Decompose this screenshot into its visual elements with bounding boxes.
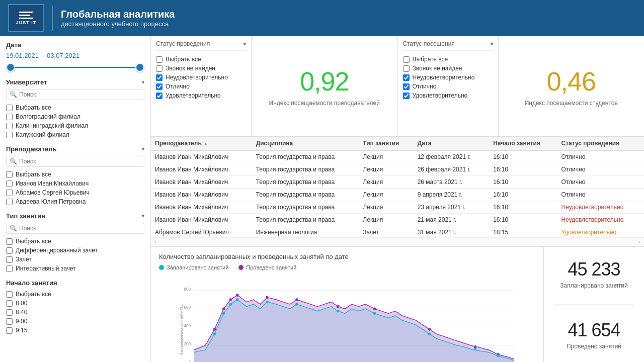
table-cell: 16:10 <box>489 176 557 189</box>
lesson-item-1-checkbox[interactable] <box>6 247 13 254</box>
time-item-2-checkbox[interactable] <box>6 309 13 316</box>
university-search-icon: 🔍 <box>10 91 17 98</box>
legend-dot-cyan <box>159 265 164 270</box>
table-scrollbar-hint: ‹ › <box>151 237 644 246</box>
time-item-4-label: 9:15 <box>16 327 27 334</box>
table-row[interactable]: Иванов Иван МихайловичТеория государства… <box>151 214 644 226</box>
table-row[interactable]: Иванов Иван МихайловичТеория государства… <box>151 176 644 189</box>
conduct-item-bad[interactable]: Неудовлетворительно <box>156 73 246 82</box>
teacher-item-2-checkbox[interactable] <box>6 190 13 196</box>
chart-legend: Запланировано занятий Проведено занятий <box>159 264 535 270</box>
time-item-1[interactable]: 8:00 <box>6 299 144 308</box>
teacher-item-3-checkbox[interactable] <box>6 199 13 205</box>
table-row[interactable]: Иванов Иван МихайловичТеория государства… <box>151 201 644 214</box>
lesson-search-box[interactable]: 🔍 <box>6 223 144 234</box>
teacher-filter-header[interactable]: Преподаватель ▾ <box>6 145 144 153</box>
conduct-select-all-checkbox[interactable] <box>156 56 163 63</box>
attend-item-satisfactory[interactable]: Удовлетворительно <box>403 91 493 100</box>
attend-item-bad[interactable]: Неудовлетворительно <box>403 73 493 82</box>
student-index-value: 0,46 <box>547 66 596 97</box>
table-row[interactable]: Иванов Иван МихайловичТеория государства… <box>151 189 644 201</box>
lesson-item-2-checkbox[interactable] <box>6 256 13 263</box>
lesson-item-1[interactable]: Дифференцированный зачет <box>6 246 144 255</box>
conduct-status-header[interactable]: Статус проведения ▾ <box>156 40 246 51</box>
attend-select-all-checkbox[interactable] <box>403 56 410 63</box>
conduct-select-all[interactable]: Выбрать все <box>156 55 246 64</box>
teacher-arrow-icon: ▾ <box>142 146 144 152</box>
teacher-select-all-checkbox[interactable] <box>6 171 13 178</box>
col-type[interactable]: Тип занятия <box>359 137 413 150</box>
teacher-item-2[interactable]: Абрамов Сергей Юрьевич <box>6 188 144 197</box>
university-search-box[interactable]: 🔍 <box>6 89 144 100</box>
conduct-no-call-checkbox[interactable] <box>156 65 163 72</box>
date-slider[interactable] <box>6 62 144 72</box>
date-range-row: 19.01.2021 03.07.2021 <box>6 52 144 59</box>
lesson-item-3-checkbox[interactable] <box>6 265 13 272</box>
university-item-3[interactable]: Калужский филиал <box>6 130 144 139</box>
attend-excellent-checkbox[interactable] <box>403 83 410 90</box>
col-start-time[interactable]: Начало занятия <box>489 137 557 150</box>
university-item-2[interactable]: Калининградский филиал <box>6 121 144 130</box>
attend-status-header[interactable]: Статус посещения ▾ <box>403 40 493 51</box>
content-area: Статус проведения ▾ Выбрать все Звонок н… <box>151 36 644 362</box>
col-discipline[interactable]: Дисциплина <box>252 137 359 150</box>
lesson-type-filter-header[interactable]: Тип занятия ▾ <box>6 212 144 220</box>
attend-satisfactory-checkbox[interactable] <box>403 93 410 99</box>
conduct-item-excellent[interactable]: Отлично <box>156 82 246 91</box>
attend-no-call-checkbox[interactable] <box>403 65 410 72</box>
time-item-4-checkbox[interactable] <box>6 327 13 334</box>
lesson-item-2[interactable]: Зачет <box>6 255 144 264</box>
slider-thumb-left[interactable] <box>6 63 15 72</box>
time-item-3-checkbox[interactable] <box>6 318 13 325</box>
university-item-1-checkbox[interactable] <box>6 114 13 120</box>
teacher-item-1[interactable]: Иванов Иван Михайлович <box>6 179 144 188</box>
time-item-3[interactable]: 9:00 <box>6 317 144 326</box>
university-item-2-label: Калининградский филиал <box>16 122 88 129</box>
table-cell: Лекция <box>359 150 413 163</box>
university-item-1[interactable]: Волгоградский филиал <box>6 112 144 121</box>
university-select-all-checkbox[interactable] <box>6 105 13 111</box>
time-item-1-checkbox[interactable] <box>6 300 13 307</box>
lesson-select-all[interactable]: Выбрать все <box>6 237 144 246</box>
university-search-input[interactable] <box>19 91 141 98</box>
planned-stat: 45 233 Запланировано занятий <box>554 259 634 289</box>
conduct-satisfactory-checkbox[interactable] <box>156 93 163 99</box>
col-teacher[interactable]: Преподаватель ▲ <box>151 137 252 150</box>
attend-item-no-call[interactable]: Звонок не найден <box>403 64 493 73</box>
table-row[interactable]: Абрамов Сергей ЮрьевичИнженерная геологи… <box>151 226 644 238</box>
teacher-search-input[interactable] <box>19 158 141 165</box>
col-date[interactable]: Дата <box>414 137 490 150</box>
conduct-excellent-checkbox[interactable] <box>156 83 163 90</box>
teacher-search-box[interactable]: 🔍 <box>6 156 144 167</box>
teacher-item-3[interactable]: Авдеева Юлия Петровна <box>6 197 144 206</box>
attend-item-excellent[interactable]: Отлично <box>403 82 493 91</box>
attend-bad-checkbox[interactable] <box>403 74 410 81</box>
lesson-search-input[interactable] <box>19 225 141 232</box>
table-cell: 12 февраля 2021 г. <box>414 150 490 163</box>
teacher-filter-section: Преподаватель ▾ 🔍 Выбрать все Иванов Ива… <box>6 145 144 206</box>
conduct-item-no-call[interactable]: Звонок не найден <box>156 64 246 73</box>
teacher-select-all[interactable]: Выбрать все <box>6 170 144 179</box>
conduct-item-satisfactory[interactable]: Удовлетворительно <box>156 91 246 100</box>
dot-purple-4 <box>236 294 238 296</box>
col-conduct-status[interactable]: Статус проведения <box>557 137 644 150</box>
table-row[interactable]: Иванов Иван МихайловичТеория государства… <box>151 150 644 163</box>
time-select-all[interactable]: Выбрать все <box>6 290 144 299</box>
table-cell: Иванов Иван Михайлович <box>151 214 252 226</box>
attend-select-all[interactable]: Выбрать все <box>403 55 493 64</box>
conduct-bad-checkbox[interactable] <box>156 74 163 81</box>
teacher-item-1-checkbox[interactable] <box>6 180 13 187</box>
slider-thumb-right[interactable] <box>135 63 144 72</box>
lesson-item-3[interactable]: Интерактивный зачет <box>6 264 144 273</box>
university-filter-header[interactable]: Университет ▾ <box>6 78 144 86</box>
lesson-select-all-checkbox[interactable] <box>6 238 13 245</box>
university-item-1-label: Волгоградский филиал <box>16 113 80 120</box>
time-select-all-checkbox[interactable] <box>6 291 13 298</box>
university-select-all[interactable]: Выбрать все <box>6 103 144 112</box>
time-item-2[interactable]: 8:40 <box>6 308 144 317</box>
university-item-2-checkbox[interactable] <box>6 123 13 129</box>
dot-cyan-4 <box>236 298 238 301</box>
time-item-4[interactable]: 9:15 <box>6 326 144 335</box>
university-item-3-checkbox[interactable] <box>6 132 13 138</box>
table-row[interactable]: Иванов Иван МихайловичТеория государства… <box>151 163 644 176</box>
